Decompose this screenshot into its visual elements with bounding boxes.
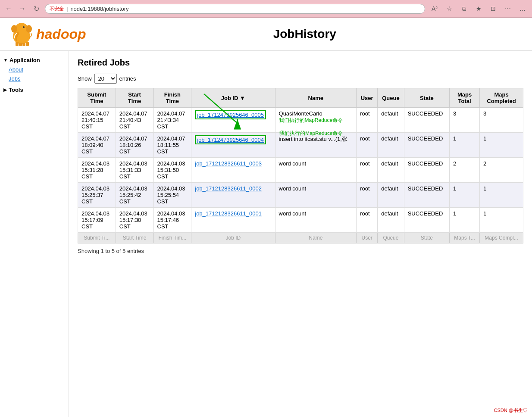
svg-rect-7 [22, 43, 25, 46]
maps-total-cell: 1 [450, 133, 480, 158]
job-id-cell: job_1712473925646_0004 [191, 133, 275, 158]
submit-time-cell: 2024.04.03 15:25:37 CST [78, 183, 116, 208]
name-annotation: 我们执行的MapReduce命令 [279, 117, 353, 124]
footer-finish-time: Finish Tim... [153, 233, 191, 243]
bookmark-button[interactable]: ☆ [443, 3, 455, 15]
start-time-cell: 2024.04.03 15:25:42 CST [116, 183, 153, 208]
job-id-cell: job_1712473925646_0005 [191, 108, 275, 133]
maps-completed-cell: 3 [480, 108, 523, 133]
maps-completed-cell: 1 [480, 133, 523, 158]
maps-completed-cell: 2 [480, 158, 523, 183]
svg-rect-8 [26, 42, 29, 46]
table-row: 2024.04.07 21:40:15 CST2024.04.07 21:40:… [78, 108, 523, 133]
page-container: hadoop JobHistory ▼ Application About Jo… [0, 18, 532, 417]
table-wrapper: 我们执行的MapReduce命令 SubmitTime StartTime Fi… [78, 88, 523, 243]
page-title: JobHistory [273, 27, 336, 41]
hadoop-elephant-icon [9, 21, 34, 47]
job-id-link[interactable]: job_1712128326611_0001 [195, 210, 262, 217]
favorites-button[interactable]: ★ [473, 3, 485, 15]
table-row: 2024.04.03 15:25:37 CST2024.04.03 15:25:… [78, 183, 523, 208]
sidebar-tools-section: ▶ Tools [0, 85, 69, 95]
queue-cell: default [378, 108, 404, 133]
footer-maps-total: Maps T... [450, 233, 480, 243]
col-maps-total: MapsTotal [450, 88, 480, 108]
svg-point-3 [26, 25, 32, 33]
sidebar-item-about[interactable]: About [0, 65, 69, 74]
name-cell: word count [275, 183, 357, 208]
extensions-button[interactable]: ⋯ [502, 3, 514, 15]
submit-time-cell: 2024.04.07 18:09:40 CST [78, 133, 116, 158]
entries-select[interactable]: 20 50 100 [94, 74, 117, 84]
screenshot-button[interactable]: ⊡ [487, 3, 499, 15]
read-mode-button[interactable]: A² [429, 3, 441, 15]
footer-queue: Queue [378, 233, 404, 243]
col-name: Name [275, 88, 357, 108]
submit-time-cell: 2024.04.03 15:31:28 CST [78, 158, 116, 183]
job-id-link[interactable]: job_1712128326611_0002 [195, 185, 262, 192]
page-header: hadoop JobHistory [0, 18, 532, 51]
col-state: State [404, 88, 449, 108]
maps-total-cell: 1 [450, 183, 480, 208]
sidebar-tools-header[interactable]: ▶ Tools [0, 85, 69, 95]
sort-icon: ▼ [240, 95, 245, 101]
hadoop-logo: hadoop [9, 21, 86, 47]
state-cell: SUCCEEDED [404, 133, 449, 158]
job-id-cell: job_1712128326611_0003 [191, 158, 275, 183]
submit-time-cell: 2024.04.07 21:40:15 CST [78, 108, 116, 133]
tools-arrow-icon: ▶ [3, 87, 7, 92]
show-entries-control: Show 20 50 100 entries [78, 74, 523, 84]
user-cell: root [357, 208, 378, 233]
submit-time-cell: 2024.04.03 15:17:09 CST [78, 208, 116, 233]
more-button[interactable]: … [516, 3, 529, 15]
table-footer-row: Submit Ti... Start Time Finish Tim... Jo… [78, 233, 523, 243]
footer-job-id: Job ID [191, 233, 275, 243]
finish-time-cell: 2024.04.03 15:17:46 CST [153, 208, 191, 233]
url-bar[interactable]: 不安全 | node1:19888/jobhistory [45, 4, 425, 14]
footer-state: State [404, 233, 449, 243]
job-id-link[interactable]: job_1712128326611_0003 [195, 160, 262, 167]
name-cell: QuasiMonteCarlo我们执行的MapReduce命令 [275, 108, 357, 133]
finish-time-cell: 2024.04.03 15:31:50 CST [153, 158, 191, 183]
footer-user: User [357, 233, 378, 243]
table-row: 2024.04.07 18:09:40 CST2024.04.07 18:10:… [78, 133, 523, 158]
showing-entries-text: Showing 1 to 5 of 5 entries [78, 248, 523, 254]
footer-name: Name [275, 233, 357, 243]
sidebar-application-header[interactable]: ▼ Application [0, 55, 69, 65]
svg-point-2 [11, 25, 17, 33]
table-row: 2024.04.03 15:17:09 CST2024.04.03 15:17:… [78, 208, 523, 233]
maps-total-cell: 3 [450, 108, 480, 133]
back-button[interactable]: ← [3, 3, 14, 14]
start-time-cell: 2024.04.07 21:40:43 CST [116, 108, 153, 133]
footer-maps-completed: Maps Compl... [480, 233, 523, 243]
show-label: Show [78, 75, 92, 82]
watermark: CSDN @书生♡ [494, 407, 528, 414]
col-maps-completed: MapsCompleted [480, 88, 523, 108]
url-separator: | [66, 6, 68, 12]
sidebar-application-section: ▼ Application About Jobs [0, 55, 69, 83]
job-id-link[interactable]: job_1712473925646_0005 [195, 110, 266, 119]
application-arrow-icon: ▼ [3, 58, 8, 62]
page-title-area: JobHistory [86, 27, 523, 41]
split-view-button[interactable]: ⧉ [458, 3, 470, 15]
sidebar: ▼ Application About Jobs ▶ Tools [0, 51, 69, 417]
user-cell: root [357, 183, 378, 208]
queue-cell: default [378, 183, 404, 208]
col-job-id[interactable]: Job ID ▼ [191, 88, 275, 108]
svg-rect-5 [16, 42, 19, 46]
user-cell: root [357, 158, 378, 183]
job-id-link[interactable]: job_1712473925646_0004 [195, 135, 266, 144]
forward-button[interactable]: → [17, 3, 28, 14]
start-time-cell: 2024.04.03 15:31:33 CST [116, 158, 153, 183]
state-cell: SUCCEEDED [404, 208, 449, 233]
state-cell: SUCCEEDED [404, 158, 449, 183]
state-cell: SUCCEEDED [404, 108, 449, 133]
sidebar-item-jobs[interactable]: Jobs [0, 74, 69, 83]
svg-rect-6 [19, 43, 22, 46]
footer-start-time: Start Time [116, 233, 153, 243]
col-queue: Queue [378, 88, 404, 108]
name-cell: word count [275, 208, 357, 233]
refresh-button[interactable]: ↻ [31, 3, 41, 14]
maps-completed-cell: 1 [480, 183, 523, 208]
job-id-cell: job_1712128326611_0001 [191, 208, 275, 233]
table-header-row: SubmitTime StartTime FinishTime Job ID ▼… [78, 88, 523, 108]
